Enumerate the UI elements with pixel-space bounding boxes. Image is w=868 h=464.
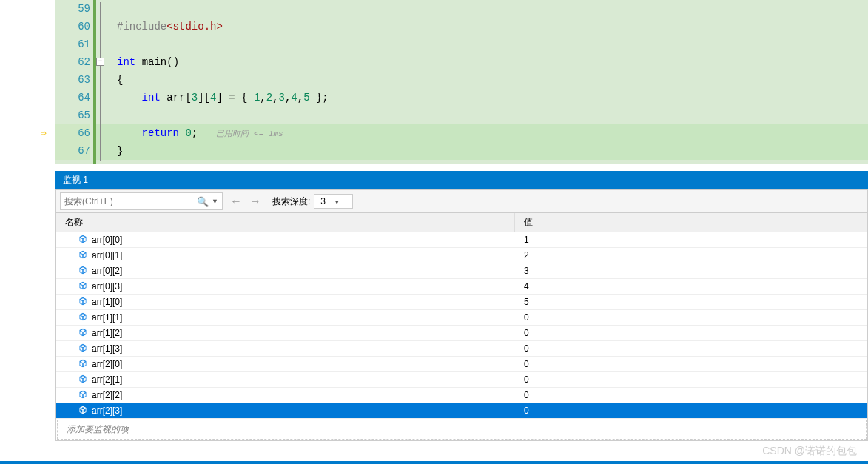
watch-value-cell[interactable]: 0 — [515, 359, 867, 369]
cube-icon — [78, 390, 92, 401]
watch-expression: arr[1][0] — [92, 297, 122, 307]
cube-icon — [78, 328, 92, 339]
code-line[interactable] — [96, 0, 868, 18]
watch-expression: arr[1][1] — [92, 312, 122, 323]
table-row[interactable]: arr[1][0] 5 — [56, 295, 867, 310]
watch-value-cell[interactable]: 1 — [515, 235, 867, 245]
watch-name-cell[interactable]: arr[0][1] — [56, 250, 515, 261]
line-number: 67 — [55, 142, 90, 160]
line-number: 59 — [55, 0, 90, 18]
watch-value-cell[interactable]: 0 — [515, 343, 867, 354]
cube-icon — [78, 281, 92, 292]
watch-name-cell[interactable]: arr[1][3] — [56, 343, 515, 354]
watch-value-cell[interactable]: 5 — [515, 297, 867, 307]
code-line[interactable]: return 0; 已用时间 <= 1ms — [96, 124, 868, 142]
search-dropdown-icon[interactable]: ▼ — [212, 198, 218, 205]
code-line[interactable] — [96, 107, 868, 124]
column-value-header[interactable]: 值 — [515, 213, 867, 232]
table-row[interactable]: arr[1][2] 0 — [56, 326, 867, 341]
watch-value-cell[interactable]: 0 — [515, 390, 867, 400]
table-header: 名称 值 — [56, 213, 867, 232]
search-icon[interactable]: 🔍 — [197, 196, 209, 207]
chevron-down-icon: ▾ — [335, 198, 339, 206]
watch-value-cell[interactable]: 0 — [515, 312, 867, 323]
watch-name-cell[interactable]: arr[1][2] — [56, 328, 515, 339]
watch-expression: arr[0][0] — [92, 235, 122, 245]
watermark: CSDN @诺诺的包包 — [762, 445, 857, 458]
line-number: 63 — [55, 71, 90, 89]
table-row[interactable]: arr[2][1] 0 — [56, 372, 867, 388]
fold-toggle-icon[interactable]: − — [96, 58, 104, 66]
line-number: 65 — [55, 107, 90, 124]
watch-name-cell[interactable]: arr[1][1] — [56, 312, 515, 323]
watch-name-cell[interactable]: arr[2][1] — [56, 374, 515, 386]
watch-expression: arr[2][0] — [92, 359, 122, 369]
watch-value-cell[interactable]: 3 — [515, 266, 867, 276]
code-line[interactable]: { — [96, 71, 868, 89]
watch-expression: arr[0][2] — [92, 266, 122, 276]
line-number: 61 — [55, 36, 90, 53]
cube-icon — [78, 359, 92, 370]
add-watch-item[interactable]: 添加要监视的项 — [57, 420, 867, 440]
line-number: 66 — [55, 124, 90, 142]
watch-expression: arr[1][2] — [92, 328, 122, 338]
cube-icon — [78, 250, 92, 261]
cube-icon — [78, 266, 92, 277]
cube-icon — [78, 297, 92, 308]
table-row[interactable]: arr[0][3] 4 — [56, 279, 867, 295]
table-row[interactable]: arr[0][0] 1 — [56, 232, 867, 248]
watch-expression: arr[2][3] — [92, 406, 122, 416]
fold-outline: − — [96, 0, 110, 164]
watch-value-cell[interactable]: 0 — [515, 406, 867, 416]
watch-expression: arr[0][1] — [92, 250, 122, 260]
watch-value-cell[interactable]: 0 — [515, 328, 867, 338]
search-box[interactable]: 🔍 ▼ — [60, 192, 223, 210]
watch-table: 名称 值 arr[0][0] 1 arr[0][1] 2 arr[0][2] 3… — [55, 213, 868, 441]
table-row[interactable]: arr[0][1] 2 — [56, 248, 867, 263]
table-row[interactable]: arr[2][3] 0 — [56, 403, 867, 419]
code-editor[interactable]: ➩ 596061626364656667 − #include<stdio.h>… — [0, 0, 868, 164]
watch-expression: arr[0][3] — [92, 281, 122, 292]
cube-icon — [78, 235, 92, 246]
line-gutter: ➩ 596061626364656667 — [55, 0, 96, 164]
table-row[interactable]: arr[0][2] 3 — [56, 263, 867, 279]
line-number: 64 — [55, 89, 90, 107]
bottom-border — [0, 461, 868, 464]
depth-label: 搜索深度: — [272, 195, 310, 208]
watch-value-cell[interactable]: 4 — [515, 281, 867, 292]
depth-select[interactable]: 3 ▾ — [314, 194, 353, 209]
code-line[interactable]: } — [96, 142, 868, 160]
table-row[interactable]: arr[2][2] 0 — [56, 388, 867, 403]
nav-back-icon[interactable]: ← — [230, 195, 242, 208]
table-row[interactable]: arr[1][1] 0 — [56, 310, 867, 326]
code-line[interactable]: #include<stdio.h> — [96, 18, 868, 36]
watch-name-cell[interactable]: arr[0][2] — [56, 266, 515, 277]
column-name-header[interactable]: 名称 — [56, 213, 515, 232]
code-line[interactable]: int arr[3][4] = { 1,2,3,4,5 }; — [96, 89, 868, 107]
watch-name-cell[interactable]: arr[0][0] — [56, 235, 515, 246]
code-line[interactable] — [96, 36, 868, 53]
editor-margin — [0, 0, 55, 164]
cube-icon — [78, 374, 92, 386]
table-row[interactable]: arr[2][0] 0 — [56, 357, 867, 372]
code-line[interactable]: int main() — [96, 53, 868, 71]
watch-value-cell[interactable]: 2 — [515, 250, 867, 260]
watch-name-cell[interactable]: arr[2][0] — [56, 359, 515, 370]
code-content[interactable]: − #include<stdio.h>int main(){ int arr[3… — [96, 0, 868, 164]
cube-icon — [78, 312, 92, 323]
watch-expression: arr[2][2] — [92, 390, 122, 400]
watch-value-cell[interactable]: 0 — [515, 374, 867, 385]
watch-name-cell[interactable]: arr[2][2] — [56, 390, 515, 401]
line-number: 62 — [55, 53, 90, 71]
watch-name-cell[interactable]: arr[1][0] — [56, 297, 515, 308]
cube-icon — [78, 406, 92, 417]
nav-forward-icon[interactable]: → — [249, 195, 261, 208]
execution-pointer-icon: ➩ — [41, 127, 47, 140]
search-input[interactable] — [64, 196, 197, 206]
watch-name-cell[interactable]: arr[2][3] — [56, 406, 515, 417]
table-row[interactable]: arr[1][3] 0 — [56, 341, 867, 357]
watch-expression: arr[1][3] — [92, 343, 122, 354]
cube-icon — [78, 343, 92, 354]
watch-expression: arr[2][1] — [92, 374, 122, 385]
watch-name-cell[interactable]: arr[0][3] — [56, 281, 515, 292]
